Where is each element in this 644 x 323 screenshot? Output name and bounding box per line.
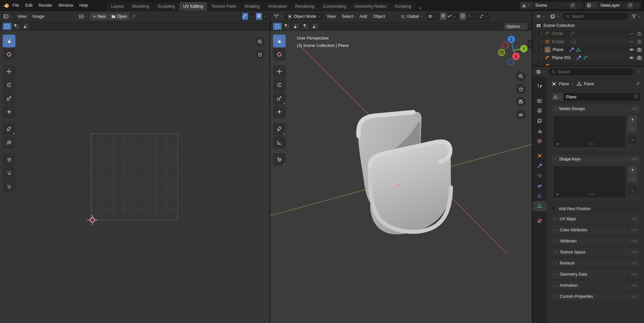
tool-cursor[interactable] (3, 48, 15, 61)
panel-grip-icon[interactable] (631, 250, 637, 254)
outliner-row-scene-collection[interactable]: Scene Collection (533, 21, 644, 30)
tab-physics[interactable] (533, 181, 547, 191)
outliner-display-mode-button[interactable] (549, 13, 561, 20)
tab-compositing[interactable]: Compositing (319, 2, 350, 11)
tool-annotate[interactable] (3, 123, 15, 135)
panel-attributes[interactable]: Attributes (551, 237, 640, 245)
gizmo-axis-z[interactable]: Z (508, 36, 515, 43)
tab-world[interactable] (533, 136, 547, 146)
properties-editor-type-button[interactable] (535, 68, 547, 75)
menu-edit[interactable]: Edit (22, 3, 36, 8)
outliner-row-plane[interactable]: Plane (533, 46, 644, 54)
expand-chevron-icon[interactable] (540, 32, 543, 35)
gizmo-axis-y[interactable]: Y (520, 45, 527, 52)
add-workspace-button[interactable]: + (415, 5, 425, 11)
list-expand-icon[interactable] (556, 192, 560, 196)
menu-render[interactable]: Render (36, 3, 55, 8)
falloff-curve-icon[interactable] (467, 13, 471, 18)
panel-grip-icon[interactable] (631, 284, 637, 287)
tab-view-layer[interactable] (533, 116, 547, 126)
options-button[interactable]: Options (504, 23, 528, 30)
menu-file[interactable]: File (9, 3, 22, 8)
render-camera-icon[interactable] (637, 55, 642, 60)
tab-scripting[interactable]: Scripting (391, 2, 415, 11)
chevron-down-icon[interactable] (453, 15, 456, 18)
navigation-gizmo[interactable]: Z Y X (495, 32, 532, 69)
select-mode-extend-button[interactable] (12, 23, 21, 30)
scene-unlink-button[interactable] (576, 2, 584, 9)
tab-constraints[interactable] (533, 191, 547, 201)
tab-sculpting[interactable]: Sculpting (153, 2, 179, 11)
hide-eye-closed-icon[interactable] (629, 31, 634, 36)
panel-remesh[interactable]: Remesh (551, 259, 640, 268)
tool-select-box[interactable] (273, 35, 286, 47)
remove-vertex-group-button[interactable] (628, 124, 637, 132)
gizmo-axis-neg-x[interactable] (502, 42, 508, 48)
hide-eye-closed-icon[interactable] (629, 39, 634, 44)
new-image-button[interactable]: New (90, 13, 108, 20)
panel-geometry-data[interactable]: Geometry Data (551, 270, 640, 279)
viewlayer-name[interactable]: ViewLayer (597, 3, 627, 8)
fake-user-shield-button[interactable] (632, 94, 640, 100)
expand-chevron-icon[interactable] (540, 40, 543, 43)
panel-grip-icon[interactable] (632, 107, 638, 110)
select-mode-set-button[interactable] (3, 23, 11, 30)
list-expand-icon[interactable] (556, 142, 560, 146)
expand-chevron-icon[interactable] (540, 56, 543, 59)
scene-name[interactable]: Scene (532, 3, 561, 8)
tab-shading[interactable]: Shading (240, 2, 264, 11)
uv-zoom-button[interactable] (255, 37, 265, 47)
properties-search-input[interactable]: Search (549, 68, 634, 75)
tool-rotate[interactable] (3, 79, 15, 91)
sidebar-collapse-arrow[interactable] (527, 40, 532, 49)
mesh-browse-button[interactable] (551, 93, 563, 101)
visibility-dropdown[interactable] (478, 13, 490, 20)
vp-zoom-button[interactable] (516, 71, 526, 81)
pin-icon[interactable] (635, 82, 640, 86)
tool-move[interactable] (3, 65, 15, 78)
scene-new-button[interactable] (569, 2, 576, 9)
uv-grid[interactable] (91, 134, 178, 220)
mesh-name-input[interactable]: Plane (563, 95, 632, 99)
add-rest-position-checkbox[interactable] (551, 206, 556, 211)
panel-grip-icon[interactable] (631, 228, 637, 232)
vertex-groups-panel-header[interactable]: Vertex Groups (551, 105, 640, 113)
tool-move[interactable] (273, 65, 286, 78)
chevron-down-icon[interactable] (249, 15, 252, 18)
disable-in-render-camera-icon[interactable] (637, 39, 642, 44)
panel-animation[interactable]: Animation (551, 281, 640, 290)
mode-selector[interactable]: Object Mode (285, 13, 323, 20)
vp-ortho-toggle-button[interactable] (516, 109, 526, 119)
select-mode-subtract-button[interactable] (292, 23, 301, 30)
snap-toggle[interactable] (440, 13, 446, 20)
tab-uv-editing[interactable]: UV Editing (179, 2, 207, 11)
tool-transform[interactable] (3, 105, 15, 118)
tool-cursor[interactable] (273, 48, 286, 61)
render-camera-icon[interactable] (637, 47, 642, 52)
tab-particles[interactable] (533, 171, 547, 181)
tool-pan-view[interactable] (3, 153, 15, 166)
tab-object-data[interactable] (533, 201, 547, 211)
shape-key-specials-button[interactable] (628, 186, 637, 194)
panel-texture-space[interactable]: Texture Space (551, 248, 640, 257)
gizmo-axis-neg-y[interactable] (499, 49, 505, 56)
chevron-down-icon[interactable] (472, 15, 476, 18)
vp-menu-object[interactable]: Object (370, 14, 388, 19)
panel-custom-properties[interactable]: Custom Properties (551, 292, 640, 301)
uv-pin-button[interactable] (130, 13, 137, 19)
tool-scale[interactable] (3, 92, 15, 105)
panel-grip-icon[interactable] (631, 262, 637, 265)
tab-texture-paint[interactable]: Texture Paint (208, 2, 240, 11)
outliner-row-clipped[interactable] (533, 62, 644, 66)
remove-shape-key-button[interactable] (628, 175, 637, 183)
vp-menu-add[interactable]: Add (357, 14, 370, 19)
vertex-groups-list[interactable] (553, 116, 626, 148)
blender-logo[interactable] (3, 2, 9, 9)
tab-geometry-nodes[interactable]: Geometry Nodes (351, 2, 390, 11)
panel-uv-maps[interactable]: UV Maps (551, 215, 640, 223)
pivot-point-selector[interactable] (426, 13, 438, 20)
scene-pin-button[interactable] (561, 2, 569, 9)
shape-keys-panel-header[interactable]: Shape Keys (551, 155, 640, 163)
tool-rotate-view[interactable] (3, 180, 15, 193)
vp-camera-view-button[interactable] (516, 97, 526, 107)
